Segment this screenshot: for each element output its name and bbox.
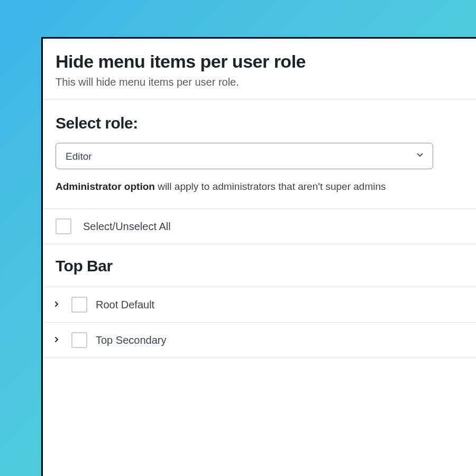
select-all-row: Select/Unselect All [43,209,476,244]
select-all-checkbox[interactable] [56,218,71,234]
chevron-right-icon [52,335,61,345]
page-subtitle: This will hide menu items per user role. [56,76,463,88]
page-title: Hide menu items per user role [56,51,463,72]
select-role-label: Select role: [56,114,463,132]
admin-note-bold: Administrator option [56,181,155,192]
role-select[interactable]: Editor [56,143,433,169]
chevron-right-icon [52,300,61,310]
select-role-block: Select role: Editor Administrator option… [43,99,476,208]
select-all-label: Select/Unselect All [83,221,171,233]
admin-note: Administrator option will apply to admin… [56,181,463,193]
tree-item-label: Top Secondary [96,334,166,346]
tree-row-top-secondary: Top Secondary [43,323,476,358]
panel-inner: Hide menu items per user role This will … [43,39,476,358]
item-checkbox[interactable] [71,297,87,313]
expand-button[interactable] [50,334,63,346]
header-section: Hide menu items per user role This will … [43,51,476,99]
admin-note-rest: will apply to administrators that aren't… [155,181,386,192]
tree-item-label: Root Default [96,299,154,311]
settings-panel: Hide menu items per user role This will … [41,37,476,476]
item-checkbox[interactable] [71,332,87,348]
expand-button[interactable] [50,298,63,311]
role-select-wrap: Editor [56,143,433,169]
tree-row-root-default: Root Default [43,287,476,322]
divider [43,358,476,358]
top-bar-heading: Top Bar [43,244,476,287]
